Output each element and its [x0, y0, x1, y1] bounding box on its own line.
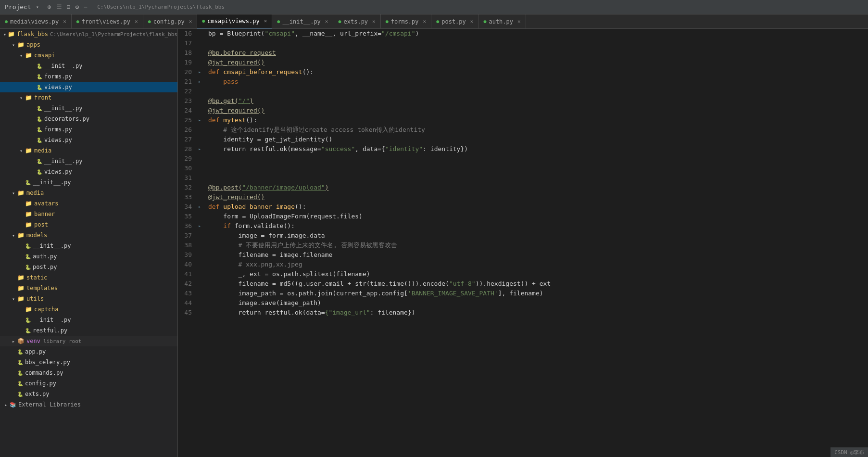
- sidebar-item-bbs-celery[interactable]: 🐍 bbs_celery.py: [0, 357, 177, 368]
- sidebar-label-external-libs: External Libraries: [18, 401, 81, 408]
- sidebar-item-front-init[interactable]: 🐍 __init__.py: [0, 103, 177, 114]
- sidebar-item-banner[interactable]: 📁 banner: [0, 209, 177, 219]
- sidebar-item-config-root[interactable]: 🐍 config.py: [0, 378, 177, 389]
- sidebar-label-media-top: media: [26, 190, 44, 196]
- sidebar-item-cmsapi-forms[interactable]: 🐍 forms.py: [0, 71, 177, 82]
- tab-front-views[interactable]: ● front\views.py ✕: [72, 14, 143, 29]
- tab-forms[interactable]: ● forms.py ✕: [381, 14, 431, 29]
- sidebar-label-front-forms: forms.py: [44, 126, 72, 133]
- sidebar-label-front: front: [34, 94, 51, 101]
- sidebar-item-app-py[interactable]: 🐍 app.py: [0, 346, 177, 357]
- tab-close-icon[interactable]: ✕: [423, 18, 427, 25]
- sidebar-item-front[interactable]: ▾ 📁 front: [0, 92, 177, 103]
- sidebar-label-post-media: post: [34, 221, 48, 228]
- chevron-down-icon: ▾: [17, 148, 25, 153]
- sidebar-item-front-decorators[interactable]: 🐍 decorators.py: [0, 114, 177, 124]
- sidebar-item-models-auth[interactable]: 🐍 auth.py: [0, 251, 177, 262]
- chevron-down-icon: ▾: [17, 53, 25, 58]
- tab-close-icon[interactable]: ✕: [470, 18, 474, 25]
- sidebar-label-templates: templates: [26, 285, 58, 292]
- sidebar-item-media-views[interactable]: 🐍 views.py: [0, 166, 177, 177]
- chevron-down-icon: ▾: [2, 32, 8, 37]
- code-line: bp = Blueprint("cmsapi", __name__, url_p…: [208, 29, 868, 38]
- sidebar-item-media-top[interactable]: ▾ 📁 media: [0, 188, 177, 198]
- sidebar-item-utils[interactable]: ▾ 📁 utils: [0, 293, 177, 304]
- settings-icon[interactable]: ⚙: [75, 3, 79, 11]
- tab-exts[interactable]: ● exts.py ✕: [333, 14, 380, 29]
- sidebar-item-restful[interactable]: 🐍 restful.py: [0, 325, 177, 336]
- python-file-icon: 🐍: [37, 74, 42, 79]
- chevron-down-icon: ▾: [10, 296, 17, 302]
- sidebar-item-post-media[interactable]: 📁 post: [0, 219, 177, 230]
- gutter-cell: ▸: [195, 144, 204, 154]
- sidebar-item-cmsapi-views[interactable]: 🐍 views.py: [0, 82, 177, 92]
- sidebar-item-templates[interactable]: 📁 templates: [0, 283, 177, 293]
- folder-icon: 📁: [25, 94, 32, 101]
- sidebar-item-exts-root[interactable]: 🐍 exts.py: [0, 389, 177, 399]
- tab-close-icon[interactable]: ✕: [325, 18, 328, 25]
- list-icon[interactable]: ☰: [56, 3, 62, 11]
- sidebar-item-front-views[interactable]: 🐍 views.py: [0, 135, 177, 145]
- sidebar-item-models[interactable]: ▾ 📁 models: [0, 230, 177, 241]
- gutter-cell: ▸: [195, 202, 204, 212]
- line-number: 30: [178, 164, 192, 173]
- sidebar-root[interactable]: ▾ 📁 flask_bbs C:\Users\nlp_1\PycharmProj…: [0, 29, 177, 39]
- sidebar-item-media-init[interactable]: 🐍 __init__.py: [0, 156, 177, 166]
- folder-icon: 📁: [25, 147, 32, 154]
- tab-post[interactable]: ● post.py ✕: [431, 14, 478, 29]
- project-dropdown-arrow[interactable]: ▾: [36, 4, 39, 10]
- sidebar-item-avatars[interactable]: 📁 avatars: [0, 198, 177, 209]
- gutter-cell: [195, 48, 204, 58]
- sidebar[interactable]: ▾ 📁 flask_bbs C:\Users\nlp_1\PycharmProj…: [0, 29, 178, 457]
- sidebar-item-cmsapi-init[interactable]: 🐍 __init__.py: [0, 61, 177, 71]
- tab-media-views[interactable]: ● media\views.py ✕: [0, 14, 72, 29]
- folder-icon: 📁: [17, 295, 25, 302]
- line-number: 16: [178, 29, 192, 38]
- sidebar-item-apps-init[interactable]: 🐍 __init__.py: [0, 177, 177, 188]
- sidebar-label-app-py: app.py: [25, 348, 46, 355]
- sidebar-item-models-post[interactable]: 🐍 post.py: [0, 262, 177, 272]
- tab-close-icon[interactable]: ✕: [264, 18, 267, 24]
- sidebar-item-utils-init[interactable]: 🐍 __init__.py: [0, 315, 177, 325]
- sidebar-item-commands[interactable]: 🐍 commands.py: [0, 368, 177, 378]
- sidebar-item-external-libs[interactable]: ▸ 📚 External Libraries: [0, 399, 177, 410]
- split-icon[interactable]: ⊟: [67, 3, 71, 11]
- line-number: 43: [178, 289, 192, 298]
- sidebar-item-captcha[interactable]: 📁 captcha: [0, 304, 177, 315]
- sidebar-item-cmsapi[interactable]: ▾ 📁 cmsapi: [0, 50, 177, 61]
- tab-close-icon[interactable]: ✕: [63, 18, 66, 25]
- tab-init[interactable]: ● __init__.py ✕: [272, 14, 333, 29]
- add-icon[interactable]: ⊕: [48, 3, 51, 11]
- python-file-icon: 🐍: [25, 254, 31, 259]
- code-line: @jwt_required(): [208, 58, 868, 67]
- sidebar-item-models-init[interactable]: 🐍 __init__.py: [0, 241, 177, 251]
- chevron-down-icon: ▾: [17, 95, 25, 101]
- minus-icon[interactable]: −: [84, 3, 88, 11]
- sidebar-item-front-forms[interactable]: 🐍 forms.py: [0, 124, 177, 135]
- sidebar-item-venv[interactable]: ▸ 📦 venv library root: [0, 336, 177, 346]
- tab-auth[interactable]: ● auth.py ✕: [478, 14, 526, 29]
- tab-close-icon[interactable]: ✕: [517, 18, 521, 25]
- tab-close-icon[interactable]: ✕: [135, 18, 138, 25]
- line-number: 17: [178, 38, 192, 48]
- project-label[interactable]: Project: [5, 3, 31, 11]
- gutter-cell: [195, 87, 204, 96]
- sidebar-item-static[interactable]: 📁 static: [0, 272, 177, 283]
- tab-close-icon[interactable]: ✕: [372, 18, 376, 25]
- tab-cmsapi-views[interactable]: ● cmsapi\views.py ✕: [197, 14, 272, 29]
- folder-icon: 📁: [17, 274, 25, 281]
- folder-icon: 📁: [17, 190, 25, 196]
- sidebar-item-media-app[interactable]: ▾ 📁 media: [0, 145, 177, 156]
- line-number: 29: [178, 154, 192, 164]
- code-content[interactable]: bp = Blueprint("cmsapi", __name__, url_p…: [204, 29, 868, 457]
- python-file-icon: 🐍: [37, 159, 42, 164]
- sidebar-label-static: static: [26, 274, 47, 281]
- line-number: 33: [178, 192, 192, 202]
- tab-close-icon[interactable]: ✕: [189, 18, 192, 25]
- chevron-down-icon: ▾: [10, 233, 17, 238]
- gutter-cell: [195, 212, 204, 221]
- python-file-icon: 🐍: [37, 106, 42, 111]
- python-file-icon: 🐍: [17, 392, 23, 397]
- tab-config[interactable]: ● config.py ✕: [143, 14, 198, 29]
- sidebar-item-apps[interactable]: ▾ 📁 apps: [0, 39, 177, 50]
